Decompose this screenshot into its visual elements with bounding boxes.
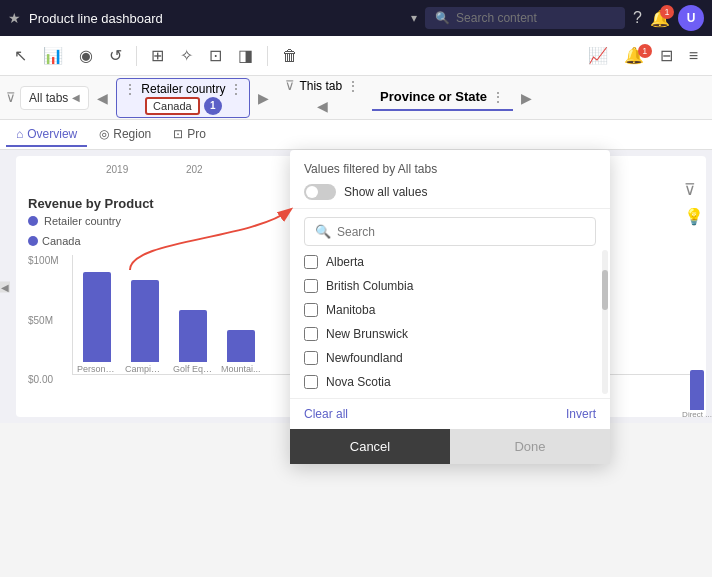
checkbox-ns-label: Nova Scotia xyxy=(326,375,391,389)
this-tab-dots[interactable]: ⋮ xyxy=(346,78,360,94)
toolbar-layout-icon[interactable]: ⊟ xyxy=(654,42,679,69)
filter-prev-button[interactable]: ◀ xyxy=(93,86,112,110)
right-bar-1 xyxy=(690,370,704,410)
province-state-label: Province or State xyxy=(380,89,487,104)
notification-button[interactable]: 🔔 1 xyxy=(650,9,670,28)
this-tab-filter[interactable]: ⊽ This tab ⋮ ◀ xyxy=(277,76,368,120)
canada-pill[interactable]: Canada xyxy=(145,97,200,115)
checkbox-nf-input[interactable] xyxy=(304,351,318,365)
clear-all-button[interactable]: Clear all xyxy=(304,407,348,421)
toolbar-select-icon[interactable]: ↖ xyxy=(8,42,33,69)
bar-mountain: Mountai... xyxy=(221,330,261,374)
toolbar-filter-active[interactable]: 🔔 1 xyxy=(618,46,650,65)
retailer-country-filter[interactable]: ⋮ Retailer country ⋮ Canada 1 xyxy=(116,78,250,118)
tab-pro[interactable]: ⊡ Pro xyxy=(163,123,216,147)
top-right-actions: ? 🔔 1 U xyxy=(633,5,704,31)
right-filter-icon[interactable]: ⊽ xyxy=(684,180,704,199)
province-dropdown: Values filtered by All tabs Show all val… xyxy=(290,150,610,464)
main-layout: ◀ 2019 202 ⊕ Revenue by Product Retailer… xyxy=(0,150,712,423)
filter-next-button[interactable]: ▶ xyxy=(254,86,273,110)
checkbox-nb-label: New Brunswick xyxy=(326,327,408,341)
toolbar-chart-icon[interactable]: 📊 xyxy=(37,42,69,69)
y-axis: $100M $50M $0.00 xyxy=(28,255,68,385)
toolbar-sparkle-icon[interactable]: ✧ xyxy=(174,42,199,69)
toolbar-square-icon[interactable]: ◨ xyxy=(232,42,259,69)
checkbox-bc[interactable]: British Columbia xyxy=(304,274,596,298)
retailer-country-dots[interactable]: ⋮ xyxy=(123,81,137,97)
this-tab-filter-icon: ⊽ xyxy=(285,78,295,93)
invert-button[interactable]: Invert xyxy=(566,407,596,421)
toolbar-trash-icon[interactable]: 🗑 xyxy=(276,43,304,69)
tab-overview[interactable]: ⌂ Overview xyxy=(6,123,87,147)
show-all-label: Show all values xyxy=(344,185,427,199)
toolbar-undo-icon[interactable]: ↺ xyxy=(103,42,128,69)
bar-camping-bar xyxy=(131,280,159,362)
filter-active-badge: 1 xyxy=(638,44,652,58)
checkbox-nb-input[interactable] xyxy=(304,327,318,341)
search-bar[interactable]: 🔍 xyxy=(425,7,625,29)
legend-label: Retailer country xyxy=(44,215,121,227)
toolbar-circle-icon[interactable]: ◉ xyxy=(73,42,99,69)
legend-dot-2 xyxy=(28,236,38,246)
year-2019-label: 2019 xyxy=(106,164,128,175)
legend-country-label: Canada xyxy=(42,235,81,247)
province-search-box[interactable]: 🔍 xyxy=(304,217,596,246)
toolbar-grid-icon[interactable]: ⊞ xyxy=(145,42,170,69)
checkbox-bc-input[interactable] xyxy=(304,279,318,293)
y-label-50m: $50M xyxy=(28,315,68,326)
app-icon: ★ xyxy=(8,10,21,26)
app-title: Product line dashboard xyxy=(29,11,403,26)
bar-golf-bar xyxy=(179,310,207,362)
sidebar-toggle[interactable]: ◀ xyxy=(0,281,10,292)
all-tabs-filter[interactable]: All tabs ◀ xyxy=(20,86,89,110)
right-bulb-icon[interactable]: 💡 xyxy=(684,207,704,226)
bar-personal-label: Personal... xyxy=(77,364,117,374)
tab-region[interactable]: ◎ Region xyxy=(89,123,161,147)
province-search-icon: 🔍 xyxy=(315,224,331,239)
toolbar-settings-icon[interactable]: ≡ xyxy=(683,43,704,69)
title-chevron-icon: ▾ xyxy=(411,11,417,25)
help-button[interactable]: ? xyxy=(633,9,642,27)
checkbox-nova-scotia[interactable]: Nova Scotia xyxy=(304,370,596,394)
all-tabs-label: All tabs xyxy=(29,91,68,105)
bar-mountain-bar xyxy=(227,330,255,362)
checkbox-alberta-input[interactable] xyxy=(304,255,318,269)
checkbox-new-brunswick[interactable]: New Brunswick xyxy=(304,322,596,346)
search-input[interactable] xyxy=(456,11,596,25)
checkbox-list: Alberta British Columbia Manitoba New Br… xyxy=(290,246,610,398)
cancel-button[interactable]: Cancel xyxy=(290,429,450,464)
region-icon: ◎ xyxy=(99,127,109,141)
checkbox-manitoba[interactable]: Manitoba xyxy=(304,298,596,322)
checkbox-bc-label: British Columbia xyxy=(326,279,413,293)
scrollbar-thumb[interactable] xyxy=(602,270,608,310)
this-tab-prev[interactable]: ◀ xyxy=(313,94,332,118)
right-bar-label: Direct ... xyxy=(682,410,712,419)
checkbox-newfoundland[interactable]: Newfoundland xyxy=(304,346,596,370)
province-state-dots[interactable]: ⋮ xyxy=(491,89,505,105)
dropdown-footer-actions: Clear all Invert xyxy=(290,398,610,429)
retailer-country-dots-right[interactable]: ⋮ xyxy=(229,81,243,97)
filter-funnel-icon: ⊽ xyxy=(6,90,16,105)
bar-mountain-label: Mountai... xyxy=(221,364,261,374)
province-state-filter[interactable]: Province or State ⋮ xyxy=(372,85,513,111)
checkbox-ns-input[interactable] xyxy=(304,375,318,389)
dropdown-action-buttons: Cancel Done xyxy=(290,429,610,464)
bar-camping: Camping... xyxy=(125,280,165,374)
show-all-toggle[interactable] xyxy=(304,184,336,200)
done-button[interactable]: Done xyxy=(450,429,610,464)
toolbar-right: 📈 🔔 1 ⊟ ≡ xyxy=(582,42,704,69)
tab-pro-label: Pro xyxy=(187,127,206,141)
toolbar-copy-icon[interactable]: ⊡ xyxy=(203,42,228,69)
filter-info-text: Values filtered by All tabs xyxy=(304,162,596,176)
checkbox-manitoba-input[interactable] xyxy=(304,303,318,317)
province-next-button[interactable]: ▶ xyxy=(517,86,536,110)
search-icon: 🔍 xyxy=(435,11,450,25)
overview-icon: ⌂ xyxy=(16,127,23,141)
retailer-country-label: Retailer country xyxy=(141,82,225,96)
toolbar-linechart-icon[interactable]: 📈 xyxy=(582,42,614,69)
user-avatar[interactable]: U xyxy=(678,5,704,31)
province-search-input[interactable] xyxy=(337,225,585,239)
tab-overview-label: Overview xyxy=(27,127,77,141)
checkbox-alberta[interactable]: Alberta xyxy=(304,250,596,274)
tab-region-label: Region xyxy=(113,127,151,141)
